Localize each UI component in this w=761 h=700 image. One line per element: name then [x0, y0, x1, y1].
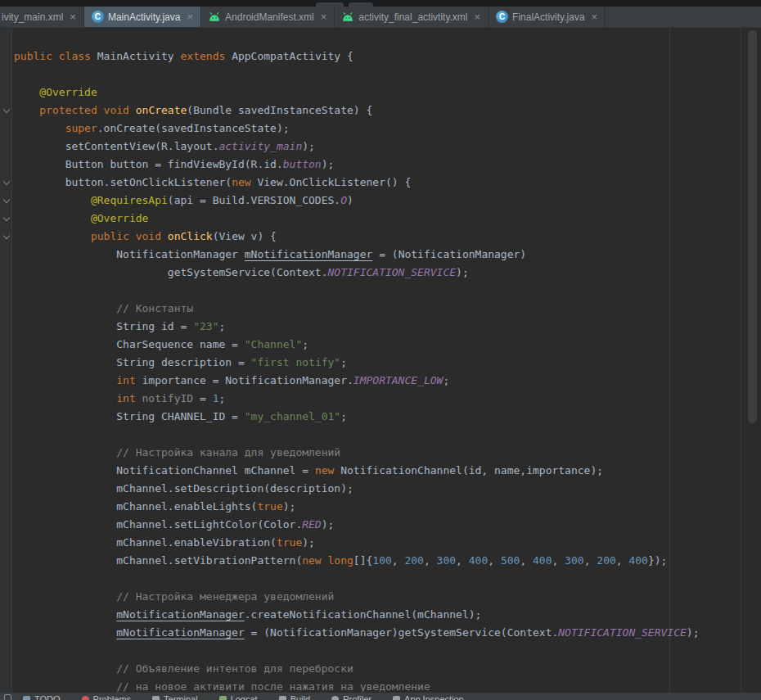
- scrollbar-thumb[interactable]: [748, 30, 757, 423]
- code-line-text: NotificationManager mNotificationManager…: [13, 246, 526, 264]
- code-line[interactable]: NotificationChannel mChannel = new Notif…: [0, 462, 741, 480]
- code-line[interactable]: NotificationManager mNotificationManager…: [0, 246, 741, 264]
- tab-label: AndroidManifest.xml: [225, 11, 314, 23]
- code-line[interactable]: @Override: [0, 210, 741, 228]
- code-line-text: setContentView(R.layout.activity_main);: [13, 138, 315, 156]
- code-line[interactable]: int importance = NotificationManager.IMP…: [0, 372, 741, 390]
- code-line-text: @Override: [13, 84, 97, 102]
- build-icon: [279, 696, 286, 700]
- code-line[interactable]: mNotificationManager.createNotificationC…: [0, 606, 741, 624]
- code-line-text: public class MainActivity extends AppCom…: [13, 47, 353, 65]
- tool-window-button-build[interactable]: Build: [279, 693, 310, 700]
- code-line[interactable]: public class MainActivity extends AppCom…: [0, 47, 741, 65]
- fold-marker-icon[interactable]: [0, 200, 13, 202]
- code-line[interactable]: // Настройка менеджера уведомлений: [0, 588, 741, 606]
- profiler-icon: [331, 696, 339, 700]
- java-class-icon: C: [496, 11, 508, 23]
- code-line[interactable]: button.setOnClickListener(new View.OnCli…: [0, 174, 741, 192]
- code-line-text: // Константы: [13, 300, 193, 318]
- code-line-text: int notifyID = 1;: [13, 390, 225, 408]
- code-line-text: mNotificationManager = (NotificationMana…: [13, 624, 700, 642]
- fold-marker-icon[interactable]: [0, 218, 13, 220]
- fold-marker-icon[interactable]: [0, 182, 13, 184]
- tool-window-button-label: TODO: [34, 694, 61, 700]
- tab-close-icon[interactable]: ×: [321, 11, 327, 22]
- code-line[interactable]: // Объявление интентов для переброски: [0, 660, 741, 678]
- code-line-text: getSystemService(Context.NOTIFICATION_SE…: [13, 264, 469, 282]
- titlebar-strip: [0, 0, 761, 7]
- code-line-text: mChannel.enableVibration(true);: [13, 534, 315, 552]
- code-line-text: mChannel.setVibrationPattern(new long[]{…: [13, 552, 667, 570]
- code-line-text: mChannel.setLightColor(Color.RED);: [13, 516, 334, 534]
- code-line-text: mChannel.setDescription(description);: [13, 480, 353, 498]
- tab-close-icon[interactable]: ×: [187, 11, 193, 22]
- code-line[interactable]: mNotificationManager = (NotificationMana…: [0, 624, 741, 642]
- tab-close-icon[interactable]: ×: [70, 11, 76, 22]
- editor-tab-MainActivity.java[interactable]: CMainActivity.java×: [84, 7, 201, 27]
- tool-window-button-logcat[interactable]: Logcat: [219, 693, 258, 700]
- code-area[interactable]: public class MainActivity extends AppCom…: [0, 47, 741, 692]
- code-line[interactable]: String CHANNEL_ID = "my_channel_01";: [0, 408, 741, 426]
- code-line[interactable]: [0, 426, 741, 444]
- java-class-icon: C: [92, 11, 104, 23]
- tab-close-icon[interactable]: ×: [475, 11, 481, 22]
- code-line[interactable]: // Настройка канала для уведомлений: [0, 444, 741, 462]
- android-icon: [342, 11, 354, 23]
- code-line[interactable]: @RequiresApi(api = Build.VERSION_CODES.O…: [0, 192, 741, 210]
- code-line-text: @RequiresApi(api = Build.VERSION_CODES.O…: [13, 192, 353, 210]
- code-line-text: CharSequence name = "Channel";: [13, 336, 308, 354]
- code-line[interactable]: [0, 65, 741, 84]
- code-line[interactable]: mChannel.enableLights(true);: [0, 498, 741, 516]
- code-line[interactable]: super.onCreate(savedInstanceState);: [0, 120, 741, 138]
- tool-window-button-label: Profiler: [343, 694, 371, 700]
- code-line[interactable]: String description = "first notify";: [0, 354, 741, 372]
- tool-window-button-profiler[interactable]: Profiler: [331, 693, 371, 700]
- fold-marker-icon[interactable]: [0, 110, 13, 112]
- tab-label: MainActivity.java: [108, 11, 180, 23]
- code-line[interactable]: mChannel.setLightColor(Color.RED);: [0, 516, 741, 534]
- code-editor[interactable]: public class MainActivity extends AppCom…: [0, 28, 761, 692]
- code-line[interactable]: // на новое активити после нажатия на ув…: [0, 678, 741, 692]
- code-line[interactable]: [0, 282, 741, 300]
- editor-tab-FinalActivity.java[interactable]: CFinalActivity.java×: [489, 7, 606, 27]
- tool-window-button-terminal[interactable]: Terminal: [152, 693, 198, 700]
- editor-tab-bar: ivity_main.xml×CMainActivity.java×Androi…: [0, 7, 761, 28]
- code-line[interactable]: protected void onCreate(Bundle savedInst…: [0, 102, 741, 120]
- code-line[interactable]: // Константы: [0, 300, 741, 318]
- editor-tab-ivity_main.xml[interactable]: ivity_main.xml×: [0, 7, 84, 27]
- tab-close-icon[interactable]: ×: [592, 11, 598, 22]
- fold-marker-icon[interactable]: [0, 236, 13, 238]
- tool-window-button-problems[interactable]: Problems: [82, 693, 131, 700]
- code-line-text: public void onClick(View v) {: [13, 228, 277, 246]
- tool-window-button-todo[interactable]: TODO: [23, 693, 61, 700]
- code-line-text: mChannel.enableLights(true);: [13, 498, 295, 516]
- editor-tab-activity_final_activtity.xml[interactable]: activity_final_activtity.xml×: [335, 7, 489, 27]
- code-line[interactable]: setContentView(R.layout.activity_main);: [0, 138, 741, 156]
- code-line[interactable]: mChannel.enableVibration(true);: [0, 534, 741, 552]
- code-line[interactable]: [0, 642, 741, 660]
- code-line[interactable]: mChannel.setDescription(description);: [0, 480, 741, 498]
- editor-tab-AndroidManifest.xml[interactable]: AndroidManifest.xml×: [201, 7, 335, 27]
- tool-window-stack-icon[interactable]: [4, 694, 11, 700]
- code-line-text: String CHANNEL_ID = "my_channel_01";: [13, 408, 347, 426]
- scrollbar-track-border: [741, 28, 741, 692]
- code-line[interactable]: public void onClick(View v) {: [0, 228, 741, 246]
- code-line[interactable]: getSystemService(Context.NOTIFICATION_SE…: [0, 264, 741, 282]
- tool-window-button-label: Build: [290, 694, 310, 700]
- tab-label: activity_final_activtity.xml: [358, 11, 467, 23]
- code-line[interactable]: [0, 570, 741, 588]
- code-line[interactable]: CharSequence name = "Channel";: [0, 336, 741, 354]
- ide-window: ivity_main.xml×CMainActivity.java×Androi…: [0, 0, 761, 700]
- code-line-text: mNotificationManager.createNotificationC…: [13, 606, 481, 624]
- tool-window-button-app-inspection[interactable]: App Inspection: [393, 693, 464, 700]
- code-line[interactable]: mChannel.setVibrationPattern(new long[]{…: [0, 552, 741, 570]
- code-line[interactable]: String id = "23";: [0, 318, 741, 336]
- code-line[interactable]: Button button = findViewById(R.id.button…: [0, 156, 741, 174]
- problems-icon: [82, 696, 89, 700]
- tab-label: ivity_main.xml: [2, 11, 63, 23]
- tab-label: FinalActivity.java: [512, 11, 584, 23]
- code-line-text: Button button = findViewById(R.id.button…: [13, 156, 334, 174]
- logcat-icon: [219, 696, 227, 700]
- code-line[interactable]: int notifyID = 1;: [0, 390, 741, 408]
- code-line[interactable]: @Override: [0, 84, 741, 102]
